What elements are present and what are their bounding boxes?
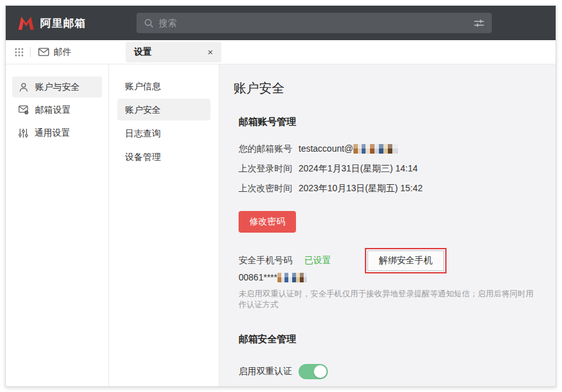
settings-menu-item-log-query[interactable]: 日志查询 — [117, 122, 211, 144]
section-title-account-management: 邮箱账号管理 — [239, 116, 540, 128]
last-login-value: 2024年1月31日(星期三) 14:14 — [299, 162, 418, 175]
change-password-button[interactable]: 修改密码 — [239, 211, 296, 233]
email-account-value: testaccount@ — [299, 142, 398, 155]
close-icon[interactable]: × — [207, 47, 213, 57]
search-icon — [144, 18, 154, 28]
tab-bar: 邮件 设置 × — [6, 40, 556, 64]
section-title-security-management: 邮箱安全管理 — [239, 333, 540, 345]
last-login-label: 上次登录时间 — [239, 162, 292, 175]
two-factor-toggle-row: 启用双重认证 — [239, 364, 540, 379]
topbar: 阿里邮箱 — [6, 6, 556, 40]
search-box[interactable] — [137, 13, 492, 33]
settings-menu: 账户信息 账户安全 日志查询 设备管理 — [109, 64, 219, 386]
page-title: 账户安全 — [233, 80, 540, 97]
sidebar-item-label: 通用设置 — [34, 127, 70, 139]
user-icon — [18, 82, 29, 92]
last-password-change-value: 2023年10月13日(星期五) 15:42 — [299, 182, 423, 194]
settings-menu-item-account-info[interactable]: 账户信息 — [117, 75, 211, 97]
security-phone-note: 未启用双重认证时，安全手机仅用于接收异地登录提醒等通知短信；启用后将同时用作认证… — [239, 289, 540, 310]
two-factor-toggle[interactable] — [299, 364, 328, 379]
envelope-icon — [38, 48, 49, 56]
sidebar-item-mail-settings[interactable]: 邮箱设置 — [12, 99, 102, 120]
settings-menu-item-device-management[interactable]: 设备管理 — [117, 146, 211, 168]
security-phone-label: 安全手机号码 — [239, 255, 292, 266]
mail-settings-icon — [18, 105, 29, 115]
toggle-knob — [314, 365, 327, 378]
app-grid-icon[interactable] — [15, 48, 24, 57]
security-phone-value: 00861**** — [239, 272, 540, 282]
search-filter-sliders-icon[interactable] — [474, 18, 484, 28]
redacted-phone-mosaic — [277, 273, 307, 282]
tab-settings[interactable]: 设置 × — [126, 42, 221, 62]
tune-sliders-icon — [18, 128, 28, 138]
search-input[interactable] — [159, 18, 469, 28]
email-account-row: 您的邮箱账号 testaccount@ — [239, 142, 540, 155]
tabbar-divider — [30, 47, 31, 57]
tab-settings-label: 设置 — [134, 47, 152, 58]
primary-sidebar: 账户与安全 邮箱设置 — [6, 64, 109, 386]
unbind-security-phone-button[interactable]: 解绑安全手机 — [367, 250, 444, 271]
alimail-window: 阿里邮箱 — [5, 5, 556, 387]
sidebar-item-general-settings[interactable]: 通用设置 — [12, 122, 102, 143]
security-phone-row: 安全手机号码 已设置 解绑安全手机 — [239, 251, 540, 270]
settings-menu-item-account-security[interactable]: 账户安全 — [117, 99, 211, 120]
phone-status-badge: 已设置 — [304, 255, 331, 266]
sidebar-item-account-security[interactable]: 账户与安全 — [12, 76, 102, 98]
logo-text: 阿里邮箱 — [40, 16, 86, 31]
two-factor-toggle-label: 启用双重认证 — [239, 366, 292, 377]
tab-mail[interactable]: 邮件 — [38, 47, 71, 58]
last-password-change-label: 上次改密时间 — [239, 182, 292, 194]
highlight-annotation-box: 解绑安全手机 — [365, 248, 447, 273]
alimail-logo: 阿里邮箱 — [17, 16, 137, 31]
last-login-row: 上次登录时间 2024年1月31日(星期三) 14:14 — [239, 162, 540, 175]
tab-mail-label: 邮件 — [54, 47, 71, 58]
redacted-email-mosaic — [353, 144, 398, 154]
account-security-panel: 账户安全 邮箱账号管理 您的邮箱账号 testaccount@ 上次登录时间 2… — [219, 64, 556, 386]
sidebar-item-label: 账户与安全 — [35, 82, 80, 93]
alimail-m-logo-icon — [17, 16, 35, 31]
email-account-label: 您的邮箱账号 — [239, 142, 292, 155]
sidebar-item-label: 邮箱设置 — [35, 105, 71, 116]
last-password-change-row: 上次改密时间 2023年10月13日(星期五) 15:42 — [239, 182, 540, 194]
account-info-rows: 您的邮箱账号 testaccount@ 上次登录时间 2024年1月31日(星期… — [239, 142, 540, 194]
